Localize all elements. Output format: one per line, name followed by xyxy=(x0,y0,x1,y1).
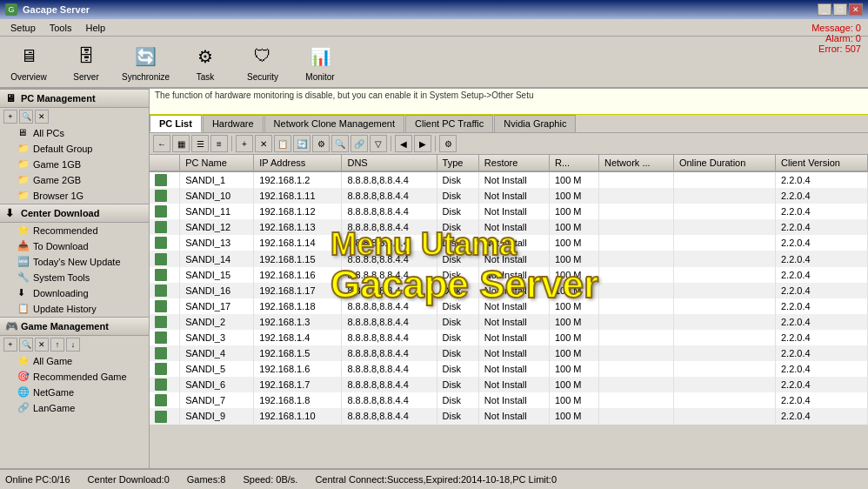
menu-setup[interactable]: Setup xyxy=(3,21,43,35)
ct-search-btn[interactable]: 🔍 xyxy=(331,135,349,152)
sidebar-item-recommended[interactable]: ⭐ Recommended xyxy=(0,223,149,238)
table-row[interactable]: SANDI_3 192.168.1.4 8.8.8.8,8.8.4.4 Disk… xyxy=(150,330,868,345)
close-button[interactable]: ✕ xyxy=(849,3,863,16)
col-pc-name[interactable]: PC Name xyxy=(180,155,254,171)
ct-view-btn[interactable]: ☰ xyxy=(191,135,209,152)
tab-client-traffic[interactable]: Client PC Traffic xyxy=(405,115,493,132)
tab-network-clone[interactable]: Network Clone Management xyxy=(264,115,404,132)
table-row[interactable]: SANDI_2 192.168.1.3 8.8.8.8,8.8.4.4 Disk… xyxy=(150,314,868,330)
langame-icon: 🔗 xyxy=(17,402,30,414)
pc-status-icon xyxy=(155,316,167,328)
game-up-btn[interactable]: ↑ xyxy=(50,338,64,352)
ct-filter-btn[interactable]: ▽ xyxy=(370,135,387,152)
game-search-btn[interactable]: 🔍 xyxy=(19,338,33,352)
menu-help[interactable]: Help xyxy=(78,21,112,35)
toolbar-server[interactable]: 🗄 Server xyxy=(64,43,108,82)
sidebar-item-game-2gb[interactable]: 📁 Game 2GB xyxy=(0,172,149,188)
tab-hardware[interactable]: Hardware xyxy=(203,115,264,132)
row-type: Disk xyxy=(437,188,478,204)
ct-settings-btn[interactable]: ⚙ xyxy=(312,135,330,152)
row-icon-cell xyxy=(150,298,180,314)
toolbar-monitor[interactable]: 📊 Monitor xyxy=(298,43,342,82)
sidebar-item-downloading[interactable]: ⬇ Downloading xyxy=(0,285,149,301)
sidebar-item-system-tools[interactable]: 🔧 System Tools xyxy=(0,270,149,285)
system-tools-icon: 🔧 xyxy=(17,271,30,284)
col-network[interactable]: Network ... xyxy=(599,155,674,171)
col-type[interactable]: Type xyxy=(437,155,478,171)
row-r: 100 M xyxy=(549,392,598,408)
row-type: Disk xyxy=(437,235,478,251)
toolbar-security[interactable]: 🛡 Security xyxy=(241,43,284,82)
ct-list-btn[interactable]: ≡ xyxy=(210,135,228,152)
table-row[interactable]: SANDI_10 192.168.1.11 8.8.8.8,8.8.4.4 Di… xyxy=(150,188,868,204)
col-duration[interactable]: Online Duration xyxy=(673,155,775,171)
col-ip[interactable]: IP Address xyxy=(254,155,342,171)
game-down-btn[interactable]: ↓ xyxy=(66,338,80,352)
sidebar-item-recommended-game[interactable]: 🎯 Recommended Game xyxy=(0,369,149,385)
maximize-button[interactable]: □ xyxy=(833,3,847,16)
toolbar-overview[interactable]: 🖥 Overview xyxy=(7,43,50,82)
table-row[interactable]: SANDI_5 192.168.1.6 8.8.8.8,8.8.4.4 Disk… xyxy=(150,361,868,377)
sidebar-item-todays-new-update[interactable]: 🆕 Today's New Update xyxy=(0,254,149,270)
row-restore: Not Install xyxy=(478,408,549,424)
ct-connect-btn[interactable]: 🔗 xyxy=(351,135,368,152)
game-add-btn[interactable]: + xyxy=(3,338,17,352)
sidebar-item-all-game[interactable]: ⭐ All Game xyxy=(0,353,149,369)
toolbar-synchronize[interactable]: 🔄 Synchronize xyxy=(122,43,170,82)
ct-options-btn[interactable]: ⚙ xyxy=(439,135,457,152)
table-row[interactable]: SANDI_7 192.168.1.8 8.8.8.8,8.8.4.4 Disk… xyxy=(150,392,868,408)
ct-add-btn[interactable]: + xyxy=(236,135,253,152)
sidebar-item-browser-1g[interactable]: 📁 Browser 1G xyxy=(0,188,149,204)
table-row[interactable]: SANDI_13 192.168.1.14 8.8.8.8,8.8.4.4 Di… xyxy=(150,235,868,251)
toolbar-task[interactable]: ⚙ Task xyxy=(184,43,227,82)
table-row[interactable]: SANDI_16 192.168.1.17 8.8.8.8,8.8.4.4 Di… xyxy=(150,283,868,298)
row-version: 2.2.0.4 xyxy=(776,251,868,266)
sidebar-item-default-group[interactable]: 📁 Default Group xyxy=(0,141,149,157)
col-dns[interactable]: DNS xyxy=(342,155,437,171)
data-table-container: PC Name IP Address DNS Type Restore R...… xyxy=(150,155,868,468)
col-r[interactable]: R... xyxy=(549,155,598,171)
table-row[interactable]: SANDI_6 192.168.1.7 8.8.8.8,8.8.4.4 Disk… xyxy=(150,377,868,392)
ct-prev-btn[interactable]: ◀ xyxy=(395,135,412,152)
pc-add-btn[interactable]: + xyxy=(3,110,17,124)
table-row[interactable]: SANDI_4 192.168.1.5 8.8.8.8,8.8.4.4 Disk… xyxy=(150,345,868,361)
row-r: 100 M xyxy=(549,235,598,251)
ct-select-all-btn[interactable]: ▦ xyxy=(172,135,190,152)
tab-nvidia[interactable]: Nvidia Graphic xyxy=(494,115,576,132)
pc-delete-btn[interactable]: ✕ xyxy=(35,110,49,124)
sidebar-item-netgame[interactable]: 🌐 NetGame xyxy=(0,385,149,400)
menu-tools[interactable]: Tools xyxy=(43,21,79,35)
game-delete-btn[interactable]: ✕ xyxy=(35,338,49,352)
col-version[interactable]: Client Version xyxy=(776,155,868,171)
sidebar-item-game-1gb[interactable]: 📁 Game 1GB xyxy=(0,157,149,172)
table-row[interactable]: SANDI_1 192.168.1.2 8.8.8.8,8.8.4.4 Disk… xyxy=(150,171,868,188)
table-row[interactable]: SANDI_14 192.168.1.15 8.8.8.8,8.8.4.4 Di… xyxy=(150,251,868,266)
ct-back-btn[interactable]: ← xyxy=(153,135,170,152)
row-version: 2.2.0.4 xyxy=(776,219,868,235)
row-dns: 8.8.8.8,8.8.4.4 xyxy=(342,204,437,219)
ct-refresh-btn[interactable]: 🔄 xyxy=(293,135,310,152)
tab-pc-list[interactable]: PC List xyxy=(150,115,202,132)
table-row[interactable]: SANDI_12 192.168.1.13 8.8.8.8,8.8.4.4 Di… xyxy=(150,219,868,235)
sidebar-item-to-download[interactable]: 📥 To Download xyxy=(0,238,149,254)
minimize-button[interactable]: _ xyxy=(818,3,831,16)
pc-search-btn[interactable]: 🔍 xyxy=(19,110,33,124)
row-restore: Not Install xyxy=(478,267,549,283)
sidebar-item-update-history[interactable]: 📋 Update History xyxy=(0,301,149,317)
table-row[interactable]: SANDI_11 192.168.1.12 8.8.8.8,8.8.4.4 Di… xyxy=(150,204,868,219)
sidebar-item-all-pcs[interactable]: 🖥 All PCs xyxy=(0,125,149,141)
row-version: 2.2.0.4 xyxy=(776,392,868,408)
ct-copy-btn[interactable]: 📋 xyxy=(274,135,291,152)
update-history-label: Update History xyxy=(33,304,97,314)
system-tools-label: System Tools xyxy=(33,272,90,283)
sidebar-item-langame[interactable]: 🔗 LanGame xyxy=(0,400,149,416)
ct-remove-btn[interactable]: ✕ xyxy=(255,135,272,152)
ct-next-btn[interactable]: ▶ xyxy=(414,135,431,152)
table-row[interactable]: SANDI_15 192.168.1.16 8.8.8.8,8.8.4.4 Di… xyxy=(150,267,868,283)
row-r: 100 M xyxy=(549,283,598,298)
to-download-label: To Download xyxy=(33,241,89,251)
table-row[interactable]: SANDI_17 192.168.1.18 8.8.8.8,8.8.4.4 Di… xyxy=(150,298,868,314)
col-restore[interactable]: Restore xyxy=(478,155,549,171)
table-row[interactable]: SANDI_9 192.168.1.10 8.8.8.8,8.8.4.4 Dis… xyxy=(150,408,868,424)
pc-status-icon xyxy=(155,174,167,186)
